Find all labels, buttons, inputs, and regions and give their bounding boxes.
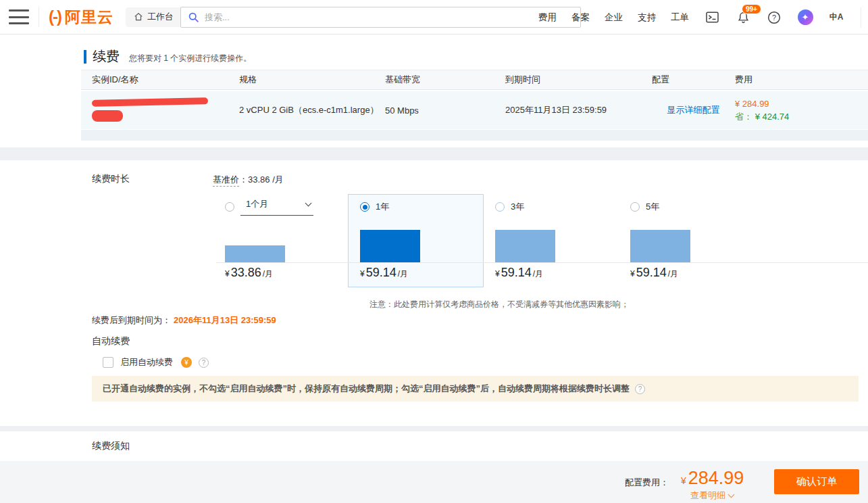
auto-renew-title: 自动续费: [92, 335, 130, 348]
price-value: 33.86: [231, 266, 261, 279]
option-price-3year: ¥59.14/月: [495, 266, 543, 280]
price-unit: /月: [668, 269, 678, 279]
instance-table-row: 2 vCPU 2 GiB（ecs.e-c1m1.large） 50 Mbps 2…: [81, 91, 868, 129]
top-navbar: (-) 阿里云 工作台 费用 备案 企业 支持 工单: [0, 0, 868, 34]
home-icon: [134, 12, 143, 22]
table-footer-strip: [81, 130, 868, 141]
hamburger-menu-icon[interactable]: [9, 9, 29, 24]
renewal-duration-panel: 续费时长 基准价：33.86 /月 1个月 1年 3年 5年: [0, 160, 868, 426]
option-3year[interactable]: 3年: [495, 201, 524, 213]
cell-bandwidth: 50 Mbps: [385, 105, 505, 116]
confirm-order-button[interactable]: 确认订单: [774, 469, 859, 494]
redaction-bar: [92, 97, 208, 107]
option-5year[interactable]: 5年: [630, 201, 659, 213]
option-5year-label: 5年: [646, 201, 659, 213]
price-value: 59.14: [501, 266, 532, 279]
dropdown-value: 1个月: [246, 198, 268, 210]
question-circle-icon[interactable]: ?: [199, 358, 209, 368]
price-unit: /月: [533, 269, 543, 279]
base-price: 基准价：33.86 /月: [213, 174, 284, 186]
col-config: 配置: [652, 74, 735, 86]
month-count-dropdown[interactable]: 1个月: [240, 198, 313, 216]
show-config-link[interactable]: 显示详细配置: [652, 104, 735, 116]
renewal-summary-panel: 续费 您将要对 1 个实例进行续费操作。 实例ID/名称 规格 基础带宽 到期时…: [0, 34, 868, 147]
price-unit: /月: [263, 269, 273, 279]
order-footer-bar: 配置费用： ¥284.99 查看明细 确认订单: [0, 461, 868, 503]
currency-sign: ¥: [495, 269, 500, 279]
nav-item-icp[interactable]: 备案: [571, 11, 590, 24]
view-details-link[interactable]: 查看明细: [690, 489, 734, 502]
fee-saving-label: 省：: [735, 112, 752, 122]
nav-item-support[interactable]: 支持: [638, 11, 656, 24]
option-price-5year: ¥59.14/月: [630, 266, 678, 280]
chevron-down-icon: [728, 491, 735, 498]
page-title: 续费: [93, 47, 120, 66]
total-amount: 284.99: [688, 468, 744, 488]
after-renewal-label: 续费后到期时间为：: [92, 315, 171, 325]
price-bar-3year: [495, 230, 555, 262]
nav-item-tickets[interactable]: 工单: [671, 11, 689, 24]
cell-expire: 2025年11月13日 23:59:59: [505, 104, 652, 116]
workbench-label: 工作台: [147, 11, 174, 23]
currency-sign: ¥: [681, 475, 686, 486]
promo-icon[interactable]: ¥: [181, 357, 192, 368]
auto-renew-banner-text: 已开通自动续费的实例，不勾选“启用自动续费”时，保持原有自动续费周期；勾选“启用…: [103, 383, 630, 395]
config-fee-amount: ¥284.99: [681, 468, 744, 489]
price-bar-5year: [630, 230, 690, 262]
radio-3year[interactable]: [495, 202, 505, 212]
col-bandwidth: 基础带宽: [385, 74, 505, 86]
terminal-icon[interactable]: [704, 9, 720, 26]
title-accent-bar: [84, 50, 86, 64]
instance-table-header: 实例ID/名称 规格 基础带宽 到期时间 配置 费用: [81, 70, 868, 90]
option-1year[interactable]: 1年: [360, 201, 389, 213]
col-fee: 费用: [735, 74, 868, 86]
search-input[interactable]: [205, 12, 573, 22]
navbar-divider-right: [861, 7, 861, 28]
nav-item-billing[interactable]: 费用: [538, 11, 557, 24]
question-circle-icon[interactable]: ?: [635, 384, 645, 394]
page-header: 续费 您将要对 1 个实例进行续费操作。: [84, 47, 251, 66]
radio-5year[interactable]: [630, 202, 640, 212]
redacted-instance-id: [92, 99, 239, 122]
option-price-1year: ¥59.14/月: [360, 266, 408, 280]
base-price-value: 33.86 /月: [248, 174, 284, 185]
auto-renew-checkbox-row: 启用自动续费 ¥ ?: [103, 356, 209, 368]
navbar-right: 费用 备案 企业 支持 工单 99+: [538, 0, 863, 34]
view-details-label: 查看明细: [690, 489, 725, 502]
search-icon: [188, 11, 199, 23]
price-chart-baseline: [216, 262, 868, 263]
auto-renew-checkbox-label[interactable]: 启用自动续费: [120, 356, 173, 368]
currency-sign: ¥: [225, 269, 230, 279]
svg-text:?: ?: [772, 13, 776, 21]
workbench-button[interactable]: 工作台: [126, 7, 182, 27]
option-1month[interactable]: 1个月: [225, 201, 313, 213]
page-subtitle: 您将要对 1 个实例进行续费操作。: [129, 53, 251, 64]
chevron-down-icon: [305, 199, 312, 206]
price-bar-1year-selected: [360, 230, 420, 262]
cell-spec: 2 vCPU 2 GiB（ecs.e-c1m1.large）: [239, 104, 385, 116]
alibaba-cloud-logo[interactable]: (-) 阿里云: [49, 7, 113, 28]
auto-renew-checkbox[interactable]: [103, 357, 113, 368]
base-price-term[interactable]: 基准价: [213, 174, 239, 187]
auto-renew-banner: 已开通自动续费的实例，不勾选“启用自动续费”时，保持原有自动续费周期；勾选“启用…: [92, 376, 859, 402]
notification-bell-icon[interactable]: 99+: [735, 9, 751, 26]
price-note: 注意：此处费用计算仅考虑商品价格，不受满减券等其他优惠因素影响；: [369, 299, 629, 310]
help-icon[interactable]: ?: [766, 9, 782, 26]
redaction-bar: [92, 110, 123, 122]
nav-item-enterprise[interactable]: 企业: [605, 11, 623, 24]
fee-price: ¥ 284.99: [735, 97, 868, 110]
notification-badge: 99+: [742, 4, 761, 14]
radio-1year[interactable]: [360, 202, 369, 212]
ai-assistant-icon[interactable]: ✦: [797, 9, 813, 26]
currency-sign: ¥: [630, 269, 635, 279]
radio-1month[interactable]: [225, 202, 234, 212]
config-fee-label: 配置费用：: [625, 477, 669, 489]
col-spec: 规格: [239, 74, 385, 86]
after-renewal-line: 续费后到期时间为：2026年11月13日 23:59:59: [92, 314, 276, 327]
language-switch-icon[interactable]: 中A: [828, 9, 844, 26]
duration-label: 续费时长: [92, 173, 130, 185]
price-bar-1month: [225, 245, 285, 262]
option-price-1month: ¥33.86/月: [225, 266, 273, 280]
base-price-sep: ：: [239, 174, 248, 185]
col-instance-id: 实例ID/名称: [92, 74, 239, 86]
